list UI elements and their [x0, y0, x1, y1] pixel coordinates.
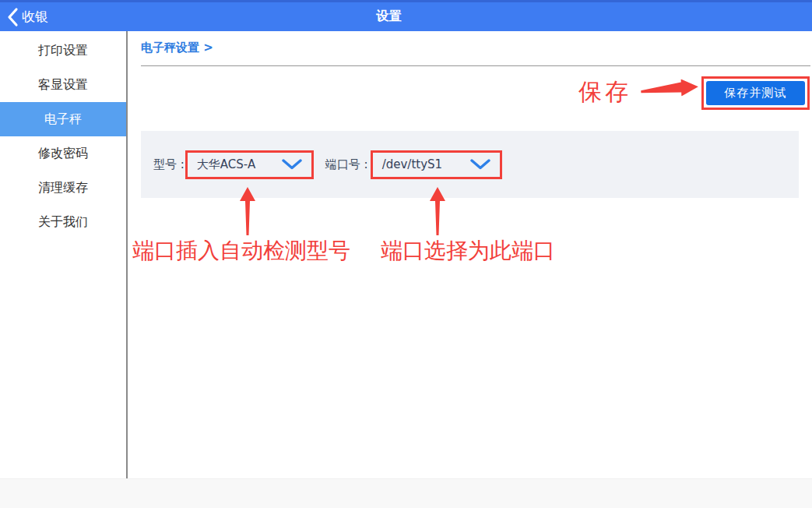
port-annotation-text: 端口选择为此端口 — [381, 236, 555, 266]
chevron-down-icon — [282, 159, 302, 170]
port-dropdown-value: /dev/ttyS1 — [382, 157, 442, 171]
port-dropdown[interactable]: /dev/ttyS1 — [371, 150, 502, 179]
sidebar-divider — [126, 31, 128, 478]
save-arrow-icon — [641, 79, 699, 99]
sidebar-item-customer-display[interactable]: 客显设置 — [0, 68, 126, 102]
model-label: 型号 : — [153, 157, 185, 172]
sidebar: 打印设置 客显设置 电子秤 修改密码 清理缓存 关于我们 — [0, 34, 126, 239]
scale-settings-screen: 收银 设置 打印设置 客显设置 电子秤 修改密码 清理缓存 关于我们 电子秤设置… — [0, 0, 812, 508]
save-annotation-text: 保存 — [578, 76, 631, 108]
top-bar: 收银 设置 — [0, 0, 812, 31]
port-label: 端口号 : — [325, 157, 368, 172]
sidebar-item-print-settings[interactable]: 打印设置 — [0, 34, 126, 68]
breadcrumb[interactable]: 电子秤设置 > — [141, 41, 213, 55]
save-button-highlight-rect: 保存并测试 — [701, 76, 810, 110]
model-dropdown-value: 大华ACS-A — [197, 157, 255, 172]
sidebar-item-electronic-scale[interactable]: 电子秤 — [0, 102, 126, 136]
sidebar-item-about-us[interactable]: 关于我们 — [0, 205, 126, 239]
chevron-down-icon — [470, 159, 490, 170]
sidebar-item-change-password[interactable]: 修改密码 — [0, 136, 126, 171]
save-and-test-button[interactable]: 保存并测试 — [706, 81, 805, 105]
bottom-bar — [0, 478, 812, 508]
content-divider — [141, 65, 810, 66]
page-title: 设置 — [0, 2, 779, 31]
model-dropdown[interactable]: 大华ACS-A — [185, 150, 314, 179]
scale-config-row: 型号 : 大华ACS-A 端口号 : /dev/ttyS1 — [141, 131, 799, 198]
sidebar-item-clear-cache[interactable]: 清理缓存 — [0, 171, 126, 205]
model-annotation-text: 端口插入自动检测型号 — [132, 236, 350, 266]
